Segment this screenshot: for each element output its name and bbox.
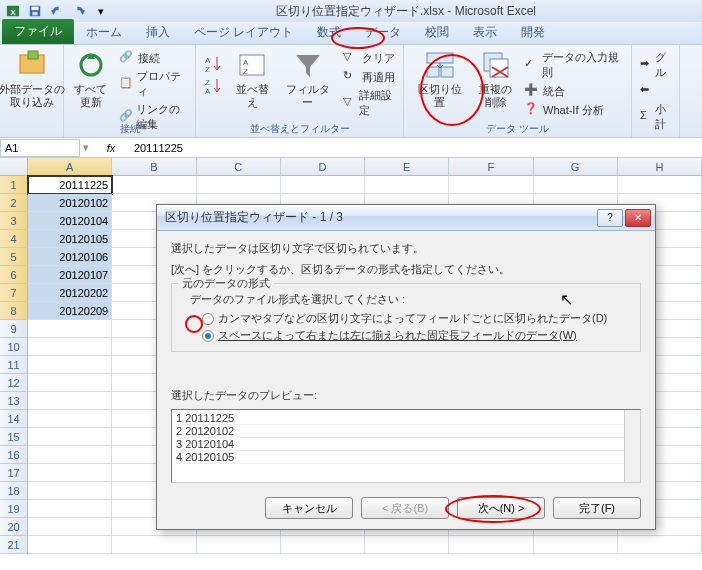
cell[interactable] [112, 536, 196, 554]
external-data-button[interactable]: 外部データの 取り込み [0, 47, 69, 111]
cell[interactable] [197, 536, 281, 554]
cell[interactable] [534, 176, 618, 194]
cell[interactable] [618, 176, 702, 194]
radio-fixed[interactable] [202, 330, 214, 342]
cell[interactable] [28, 536, 112, 554]
cell[interactable] [112, 176, 196, 194]
cell[interactable]: 20111225 [28, 176, 112, 194]
col-G[interactable]: G [534, 158, 618, 176]
cell[interactable] [28, 464, 112, 482]
row-9[interactable]: 9 [0, 320, 28, 338]
row-6[interactable]: 6 [0, 266, 28, 284]
cell[interactable] [28, 356, 112, 374]
sort-button[interactable]: AZ 並べ替え [230, 47, 275, 111]
cell[interactable] [365, 536, 449, 554]
tab-view[interactable]: 表示 [461, 21, 509, 44]
qat-more-icon[interactable]: ▾ [92, 2, 110, 20]
ungroup-button[interactable]: ⬅ [638, 82, 673, 100]
whatif-button[interactable]: ❓What-If 分析 [522, 101, 625, 119]
cell[interactable] [28, 446, 112, 464]
row-19[interactable]: 19 [0, 500, 28, 518]
consolidate-button[interactable]: ➕統合 [522, 82, 625, 100]
connections-button[interactable]: 🔗接続 [117, 49, 189, 67]
fx-button[interactable]: fx [107, 142, 116, 154]
cell[interactable]: 20120202 [28, 284, 112, 302]
tab-file[interactable]: ファイル [2, 19, 74, 44]
sort-desc-icon[interactable]: ZA [202, 75, 224, 97]
help-button[interactable]: ? [597, 209, 623, 227]
next-button[interactable]: 次へ(N) > [457, 497, 545, 519]
save-icon[interactable] [26, 2, 44, 20]
cell[interactable] [449, 536, 533, 554]
cell[interactable] [449, 176, 533, 194]
row-1[interactable]: 1 [0, 176, 28, 194]
properties-button[interactable]: 📋プロパティ [117, 68, 189, 100]
cell[interactable]: 20120209 [28, 302, 112, 320]
cell[interactable] [618, 536, 702, 554]
row-17[interactable]: 17 [0, 464, 28, 482]
row-12[interactable]: 12 [0, 374, 28, 392]
subtotal-button[interactable]: Σ小計 [638, 101, 673, 133]
row-16[interactable]: 16 [0, 446, 28, 464]
tab-data[interactable]: データ [353, 21, 413, 44]
radio-fixed-row[interactable]: スペースによって右または左に揃えられた固定長フィールドのデータ(W) [202, 328, 630, 343]
cell[interactable] [28, 518, 112, 536]
cell[interactable] [534, 536, 618, 554]
row-18[interactable]: 18 [0, 482, 28, 500]
col-H[interactable]: H [618, 158, 702, 176]
formula-input[interactable]: 20111225 [130, 142, 702, 154]
refresh-all-button[interactable]: すべて 更新 [70, 47, 111, 111]
tab-formulas[interactable]: 数式 [305, 21, 353, 44]
row-4[interactable]: 4 [0, 230, 28, 248]
sort-asc-icon[interactable]: AZ [202, 53, 224, 75]
namebox-dropdown[interactable]: ▾ [80, 141, 92, 154]
cell[interactable] [28, 338, 112, 356]
cell[interactable] [28, 428, 112, 446]
cell[interactable]: 20120104 [28, 212, 112, 230]
row-2[interactable]: 2 [0, 194, 28, 212]
remove-duplicates-button[interactable]: 重複の 削除 [475, 47, 516, 111]
data-validation-button[interactable]: ✓データの入力規則 [522, 49, 625, 81]
tab-review[interactable]: 校閲 [413, 21, 461, 44]
tab-home[interactable]: ホーム [74, 21, 134, 44]
cell[interactable] [28, 374, 112, 392]
col-B[interactable]: B [112, 158, 196, 176]
col-F[interactable]: F [449, 158, 533, 176]
row-11[interactable]: 11 [0, 356, 28, 374]
tab-insert[interactable]: 挿入 [134, 21, 182, 44]
radio-delimited[interactable] [202, 313, 214, 325]
col-A[interactable]: A [28, 158, 112, 176]
redo-icon[interactable] [70, 2, 88, 20]
cell[interactable]: 20120105 [28, 230, 112, 248]
tab-layout[interactable]: ページ レイアウト [182, 21, 305, 44]
cell[interactable]: 20120107 [28, 266, 112, 284]
cell[interactable] [281, 176, 365, 194]
advanced-filter-button[interactable]: ▽詳細設定 [341, 87, 397, 119]
cell[interactable] [28, 392, 112, 410]
row-13[interactable]: 13 [0, 392, 28, 410]
row-5[interactable]: 5 [0, 248, 28, 266]
cell[interactable]: 20120102 [28, 194, 112, 212]
reapply-button[interactable]: ↻再適用 [341, 68, 397, 86]
finish-button[interactable]: 完了(F) [553, 497, 641, 519]
clear-filter-button[interactable]: ▽クリア [341, 49, 397, 67]
cell[interactable] [197, 176, 281, 194]
row-21[interactable]: 21 [0, 536, 28, 554]
select-all-corner[interactable] [0, 158, 28, 176]
col-C[interactable]: C [197, 158, 281, 176]
tab-developer[interactable]: 開発 [509, 21, 557, 44]
row-7[interactable]: 7 [0, 284, 28, 302]
cell[interactable] [28, 410, 112, 428]
filter-button[interactable]: フィルター [281, 47, 335, 111]
close-button[interactable]: ✕ [625, 209, 651, 227]
cell[interactable] [28, 320, 112, 338]
cell[interactable] [28, 500, 112, 518]
radio-delimited-row[interactable]: カンマやタブなどの区切り文字によってフィールドごとに区切られたデータ(D) [202, 311, 630, 326]
row-15[interactable]: 15 [0, 428, 28, 446]
row-20[interactable]: 20 [0, 518, 28, 536]
col-E[interactable]: E [365, 158, 449, 176]
cell[interactable] [281, 536, 365, 554]
text-to-columns-button[interactable]: 区切り位置 [410, 47, 469, 111]
row-10[interactable]: 10 [0, 338, 28, 356]
col-D[interactable]: D [281, 158, 365, 176]
